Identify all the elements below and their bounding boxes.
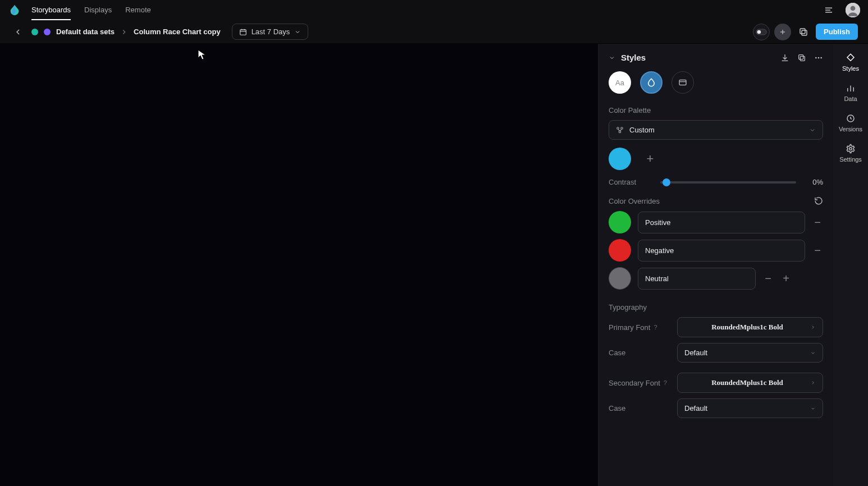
primary-font-value: RoundedMplus1c Bold [684, 323, 810, 332]
side-tab-settings[interactable]: Settings [839, 144, 862, 163]
chevron-down-icon [809, 127, 816, 134]
publish-button[interactable]: Publish [816, 24, 858, 40]
workspace-dot-teal [31, 29, 38, 35]
svg-point-25 [619, 131, 621, 133]
color-overrides-label: Color Overrides [609, 197, 814, 205]
chevron-down-icon [294, 29, 301, 35]
top-nav: Storyboards Displays Remote [0, 0, 868, 20]
override-name-neutral[interactable]: Neutral [638, 268, 756, 290]
secondary-font-value: RoundedMplus1c Bold [684, 378, 810, 387]
svg-point-23 [617, 127, 619, 129]
copy-button[interactable] [796, 24, 811, 40]
versions-icon [846, 113, 856, 123]
chevron-right-icon [120, 28, 128, 36]
chevron-right-icon [810, 380, 816, 386]
add-button[interactable] [774, 24, 791, 40]
back-button[interactable] [10, 24, 26, 40]
contrast-label: Contrast [609, 178, 654, 186]
duplicate-icon[interactable] [797, 53, 806, 62]
svg-line-27 [620, 129, 622, 131]
svg-rect-13 [802, 30, 807, 35]
tab-storyboards[interactable]: Storyboards [31, 1, 71, 20]
svg-point-19 [818, 57, 820, 58]
styles-panel: Styles Aa Color Palette [599, 44, 833, 486]
nav-tabs: Storyboards Displays Remote [31, 1, 151, 20]
chevron-right-icon [810, 324, 816, 330]
help-icon[interactable]: ? [654, 324, 657, 331]
list-icon[interactable] [821, 2, 837, 18]
cursor-icon [198, 49, 207, 61]
override-name-negative[interactable]: Negative [638, 240, 805, 262]
style-mode-text[interactable]: Aa [609, 71, 631, 94]
contrast-slider[interactable] [660, 181, 796, 184]
panel-title: Styles [621, 53, 775, 62]
typography-label: Typography [609, 303, 823, 311]
contrast-value: 0% [803, 178, 823, 186]
override-swatch-positive[interactable] [609, 211, 631, 233]
palette-icon [616, 126, 624, 134]
breadcrumb-bar: Default data sets Column Race Chart copy… [0, 20, 868, 44]
side-tab-versions[interactable]: Versions [839, 113, 862, 132]
palette-select[interactable]: Custom [609, 120, 823, 140]
data-icon [846, 83, 856, 93]
remove-override-neutral[interactable]: − [762, 273, 774, 284]
primary-case-label: Case [609, 349, 670, 357]
side-tab-data[interactable]: Data [844, 83, 857, 102]
canvas-area[interactable] [0, 44, 599, 486]
secondary-font-label: Secondary Font ? [609, 379, 670, 387]
svg-line-26 [618, 129, 619, 131]
styles-icon [846, 53, 856, 63]
add-swatch-button[interactable]: + [639, 148, 661, 170]
svg-point-20 [820, 57, 822, 58]
add-override-button[interactable]: + [780, 273, 792, 284]
chevron-down-icon [810, 350, 816, 356]
chevron-down-icon [810, 406, 816, 411]
svg-rect-21 [679, 80, 686, 85]
style-mode-color[interactable] [640, 71, 663, 94]
palette-selected: Custom [629, 126, 803, 134]
date-range-picker[interactable]: Last 7 Days [232, 24, 309, 40]
download-icon[interactable] [780, 53, 789, 62]
palette-swatch-1[interactable] [609, 148, 631, 170]
calendar-icon [239, 28, 247, 36]
reset-overrides-icon[interactable] [814, 196, 823, 205]
primary-case-select[interactable]: Default [677, 343, 823, 363]
primary-font-select[interactable]: RoundedMplus1c Bold [677, 317, 823, 337]
remove-override-positive[interactable]: − [812, 217, 823, 228]
app-logo[interactable] [8, 3, 21, 17]
override-swatch-negative[interactable] [609, 239, 631, 262]
override-name-positive[interactable]: Positive [638, 212, 805, 233]
svg-point-18 [815, 57, 817, 58]
style-mode-layout[interactable] [671, 71, 694, 94]
svg-point-24 [621, 127, 623, 129]
user-avatar[interactable] [846, 3, 860, 17]
breadcrumb-current[interactable]: Column Race Chart copy [134, 27, 221, 36]
secondary-case-value: Default [684, 404, 810, 412]
date-range-label: Last 7 Days [252, 27, 290, 36]
svg-point-4 [851, 6, 856, 11]
side-tabs: Styles Data Versions Settings [833, 44, 868, 486]
primary-font-label: Primary Font ? [609, 323, 670, 332]
secondary-case-label: Case [609, 404, 670, 412]
svg-point-10 [757, 30, 761, 34]
remove-override-negative[interactable]: − [812, 245, 823, 256]
settings-icon [846, 144, 856, 154]
color-palette-label: Color Palette [609, 106, 823, 114]
tab-remote[interactable]: Remote [125, 1, 151, 20]
more-icon[interactable] [814, 53, 823, 62]
secondary-font-select[interactable]: RoundedMplus1c Bold [677, 373, 823, 393]
secondary-case-select[interactable]: Default [677, 398, 823, 418]
collapse-icon[interactable] [609, 54, 615, 61]
primary-case-value: Default [684, 349, 810, 357]
workspace-dot-purple [44, 29, 51, 35]
override-swatch-neutral[interactable] [609, 267, 631, 290]
help-icon[interactable]: ? [664, 379, 667, 386]
svg-rect-17 [799, 54, 803, 59]
tab-displays[interactable]: Displays [84, 1, 112, 20]
side-tab-styles[interactable]: Styles [842, 53, 859, 72]
svg-point-32 [849, 148, 852, 150]
theme-toggle[interactable] [753, 24, 770, 40]
svg-rect-5 [240, 29, 246, 34]
breadcrumb-root[interactable]: Default data sets [56, 27, 115, 36]
svg-rect-16 [800, 56, 805, 61]
